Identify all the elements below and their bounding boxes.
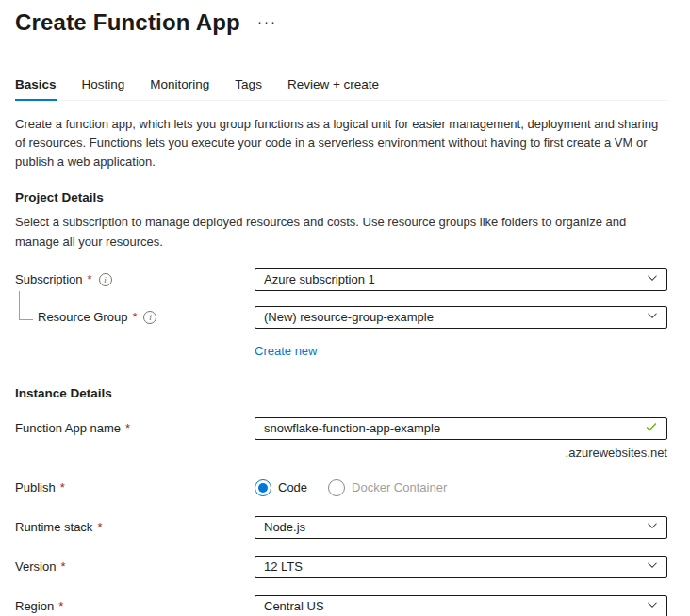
resource-group-connector-line [19,291,33,320]
function-app-name-label-group: Function App name * [15,417,255,440]
project-details-form: Subscription * i Azure subscription 1 Re… [15,268,667,358]
version-label: Version [15,559,56,574]
subscription-dropdown[interactable]: Azure subscription 1 [255,268,667,291]
region-dropdown[interactable]: Central US [255,595,667,616]
chevron-down-icon [647,559,658,574]
radio-selected-icon [255,479,271,496]
radio-dot [258,483,268,493]
resource-group-row: Resource Group * i (New) resource-group-… [15,306,667,329]
resource-group-value: (New) resource-group-example [264,310,434,324]
runtime-stack-label-group: Runtime stack * [15,516,255,539]
instance-details-form: Function App name * snowflake-function-a… [15,417,667,616]
tab-review-create[interactable]: Review + create [288,77,379,100]
function-app-name-value: snowflake-function-app-example [264,421,440,435]
required-asterisk: * [88,272,92,286]
subscription-value: Azure subscription 1 [264,272,375,286]
title-row: Create Function App ··· [15,9,667,36]
chevron-down-icon [647,310,658,324]
publish-label-group: Publish * [15,477,255,499]
publish-label: Publish [15,480,56,494]
radio-docker-container[interactable]: Docker Container [328,479,447,496]
function-app-name-row: Function App name * snowflake-function-a… [15,417,667,460]
resource-group-label-group: Resource Group * i [15,306,255,329]
create-new-link[interactable]: Create new [255,344,317,358]
runtime-stack-row: Runtime stack * Node.js [15,516,667,539]
section-instance-details: Instance Details [15,386,667,400]
more-options-icon[interactable]: ··· [257,9,277,34]
radio-code[interactable]: Code [255,479,307,496]
version-label-group: Version * [15,556,255,578]
create-function-app-page: Create Function App ··· Basics Hosting M… [0,0,690,616]
tab-monitoring[interactable]: Monitoring [150,77,209,100]
info-icon[interactable]: i [143,311,156,324]
tab-bar: Basics Hosting Monitoring Tags Review + … [15,77,667,101]
radio-docker-label: Docker Container [352,480,447,494]
tab-hosting[interactable]: Hosting [82,77,125,100]
required-asterisk: * [60,480,65,494]
version-value: 12 LTS [264,559,303,574]
project-details-description: Select a subscription to manage deployed… [15,213,667,251]
function-app-name-label: Function App name [15,421,121,435]
chevron-down-icon [647,599,658,613]
region-label: Region [15,599,54,613]
runtime-stack-label: Runtime stack [15,520,92,534]
tab-tags[interactable]: Tags [235,77,262,100]
function-app-name-input[interactable]: snowflake-function-app-example [255,417,667,440]
region-value: Central US [264,599,324,613]
resource-group-dropdown[interactable]: (New) resource-group-example [255,306,667,329]
subscription-row: Subscription * i Azure subscription 1 [15,268,667,291]
intro-text: Create a function app, which lets you gr… [15,115,667,171]
subscription-control: Azure subscription 1 [255,268,667,291]
chevron-down-icon [647,520,658,534]
chevron-down-icon [647,272,658,286]
required-asterisk: * [132,310,137,324]
resource-group-label: Resource Group [38,310,127,324]
version-control: 12 LTS [255,556,667,578]
function-app-name-control: snowflake-function-app-example .azureweb… [255,417,667,460]
required-asterisk: * [60,559,65,574]
required-asterisk: * [97,520,102,534]
radio-unselected-icon [328,479,345,496]
subscription-label: Subscription [15,272,83,286]
validation-check-icon [645,420,658,436]
tab-basics[interactable]: Basics [15,77,57,100]
region-row: Region * Central US [15,595,667,616]
domain-suffix: .azurewebsites.net [255,446,667,460]
region-control: Central US [255,595,667,616]
required-asterisk: * [58,599,63,613]
page-title: Create Function App [15,9,240,36]
required-asterisk: * [125,421,130,435]
publish-radio-group: Code Docker Container [255,479,667,496]
subscription-label-group: Subscription * i [15,268,255,291]
runtime-stack-value: Node.js [264,520,305,534]
info-icon[interactable]: i [99,273,112,286]
publish-control: Code Docker Container [255,479,667,496]
resource-group-control: (New) resource-group-example [255,306,667,329]
region-label-group: Region * [15,595,255,616]
section-project-details: Project Details [15,190,667,204]
version-dropdown[interactable]: 12 LTS [255,556,667,578]
publish-row: Publish * Code Docker Container [15,477,667,499]
version-row: Version * 12 LTS [15,556,667,578]
create-new-row: Create new [255,344,667,358]
radio-code-label: Code [278,480,307,494]
runtime-stack-dropdown[interactable]: Node.js [255,516,667,539]
runtime-stack-control: Node.js [255,516,667,539]
